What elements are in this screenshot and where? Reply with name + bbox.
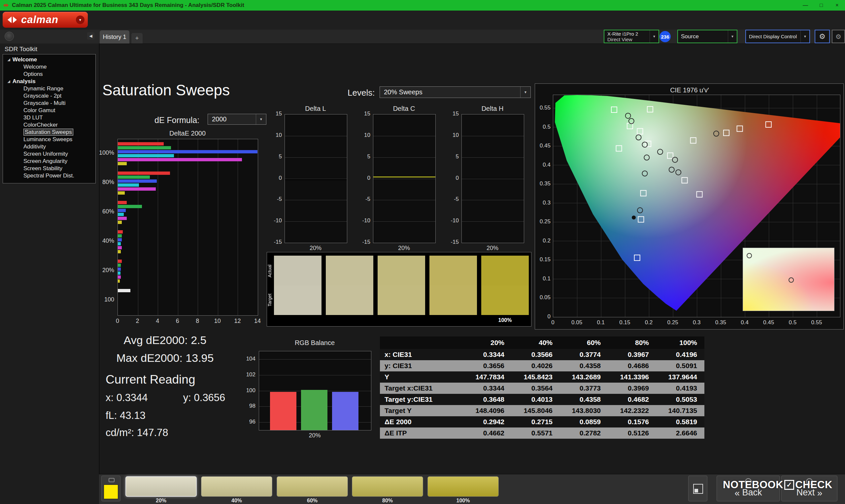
measurement-table: 20%40%60%80%100%x: CIE310.33440.35660.37… [380, 337, 704, 439]
tree-item-color-gamut[interactable]: Color Gamut [3, 107, 95, 114]
tree-item-saturation-sweeps[interactable]: Saturation Sweeps [3, 129, 95, 136]
toolbar [0, 11, 845, 30]
patch-button-80%[interactable] [352, 476, 423, 497]
patch-button-20%[interactable] [125, 476, 197, 497]
workflow-tree: ◢WelcomeWelcomeOptions◢AnalysisDynamic R… [3, 54, 96, 183]
source-dropdown[interactable]: Source ▼ [677, 30, 737, 43]
meter-dropdown[interactable]: X-Rite i1Pro 2 Direct View ▼ [604, 30, 659, 43]
actual-row-label: Actual [267, 257, 274, 285]
table-cell: 0.3648 [463, 394, 512, 405]
tree-item-screen-angularity[interactable]: Screen Angularity [3, 158, 95, 165]
deltae-x-tick: 8 [191, 318, 204, 325]
table-header-cell: 80% [608, 337, 656, 349]
patch-button-60%[interactable] [277, 476, 348, 497]
calman-logo[interactable]: calman ▼ [3, 12, 88, 28]
table-row-label: ΔE 2000 [380, 416, 463, 428]
cie-y-tick: 0.4 [532, 162, 550, 168]
tree-item-welcome[interactable]: Welcome [3, 63, 95, 71]
de-formula-dropdown[interactable]: 2000 ▼ [208, 114, 266, 125]
deltae-bar [118, 289, 130, 292]
deltae-bar [118, 234, 122, 237]
gridline [285, 157, 347, 158]
gridline [373, 136, 435, 136]
display-control-label: Direct Display Control [749, 34, 800, 39]
tree-item-dynamic-range[interactable]: Dynamic Range [3, 85, 95, 92]
delta-y-tick: -10 [264, 217, 282, 224]
cie-x-tick: 0.55 [809, 319, 824, 326]
cie-x-tick: 0.35 [713, 319, 728, 326]
tree-item-screen-stability[interactable]: Screen Stability [3, 165, 95, 172]
gridline [462, 136, 524, 136]
tree-item-spectral-power-dist-[interactable]: Spectral Power Dist. [3, 172, 95, 179]
inset-marker [746, 253, 752, 258]
meter-name: X-Rite i1Pro 2 [608, 31, 650, 37]
delta-y-tick: 5 [441, 154, 459, 160]
deltae-bar [118, 154, 174, 157]
deltae-bar [118, 150, 258, 154]
minimize-button[interactable]: — [797, 0, 813, 11]
tree-item-additivity[interactable]: Additivity [3, 143, 95, 150]
sidebar-collapse-button[interactable]: ◀ [87, 32, 94, 40]
table-cell: 0.4196 [656, 349, 704, 360]
sidebar-info-button[interactable] [5, 32, 14, 41]
deltae-y-tick: 60% [83, 208, 114, 215]
gridline [373, 157, 435, 158]
cie-y-tick: 0.55 [532, 105, 550, 111]
deltae-x-tick: 6 [171, 318, 184, 325]
table-cell: 0.5819 [656, 416, 704, 428]
settings-button[interactable]: ⚙ [815, 30, 830, 43]
next-button[interactable]: Next » [781, 475, 838, 501]
source-dropdown-text: Source [678, 30, 728, 42]
tree-item-grayscale-multi[interactable]: Grayscale - Multi [3, 100, 95, 107]
display-control-dropdown[interactable]: Direct Display Control ▼ [745, 30, 810, 43]
rgb-y-tick: 98 [237, 403, 256, 409]
delta-y-tick: -15 [441, 239, 459, 246]
tree-section-analysis[interactable]: ◢Analysis [3, 78, 95, 85]
tree-item-3d-lut[interactable]: 3D LUT [3, 114, 95, 121]
table-cell: 0.5571 [512, 428, 560, 439]
add-tab-button[interactable]: + [131, 33, 143, 43]
next-label: Next [796, 487, 815, 498]
delta-line [285, 179, 347, 180]
table-cell: 0.3773 [560, 383, 608, 394]
current-patch-button[interactable] [101, 475, 121, 501]
deltae-y-tick: 80% [83, 179, 114, 186]
tree-item-options[interactable]: Options [3, 71, 95, 78]
patch-label: 60% [277, 498, 348, 504]
patch-label: 40% [201, 498, 272, 504]
swatch-label: 100% [481, 317, 529, 323]
levels-dropdown[interactable]: 20% Sweeps ▼ [380, 86, 531, 98]
table-cell: 0.4358 [560, 360, 608, 372]
table-cell: 143.2689 [560, 372, 608, 383]
meter-dropdown-text: X-Rite i1Pro 2 Direct View [604, 30, 650, 42]
delta-y-tick: -15 [264, 239, 282, 246]
layout-button[interactable] [688, 475, 707, 501]
tree-item-screen-uniformity[interactable]: Screen Uniformity [3, 150, 95, 158]
table-row-label: Y [380, 372, 463, 383]
back-button[interactable]: « Back [717, 475, 780, 501]
gridline [259, 359, 371, 360]
deltae-bar [118, 246, 122, 249]
tree-item-grayscale-2pt[interactable]: Grayscale - 2pt [3, 92, 95, 100]
reading-cdm2: cd/m²: 147.78 [106, 427, 168, 439]
tab-history-1[interactable]: History 1 [100, 30, 129, 43]
gridline [462, 221, 524, 222]
logo-menu-arrow-icon[interactable]: ▼ [76, 16, 85, 24]
maximize-button[interactable]: □ [813, 0, 829, 11]
actual-swatch [481, 256, 529, 285]
tree-section-welcome[interactable]: ◢Welcome [3, 56, 95, 63]
tree-item-luminance-sweeps[interactable]: Luminance Sweeps [3, 136, 95, 143]
patch-button-40%[interactable] [201, 476, 272, 497]
settings-2-button[interactable]: ⚙ [832, 30, 845, 43]
close-button[interactable]: × [829, 0, 845, 11]
tree-item-colorchecker[interactable]: ColorChecker [3, 121, 95, 129]
swatch-column [274, 256, 321, 315]
deltae-x-tick: 12 [231, 318, 244, 325]
delta-h-chart [461, 114, 524, 243]
deltae-bar [118, 209, 126, 212]
butterfly-icon [6, 16, 18, 24]
patch-button-100%[interactable] [427, 476, 499, 497]
gridline [373, 200, 435, 200]
table-cell: 0.4662 [463, 428, 512, 439]
target-swatch [377, 285, 425, 315]
